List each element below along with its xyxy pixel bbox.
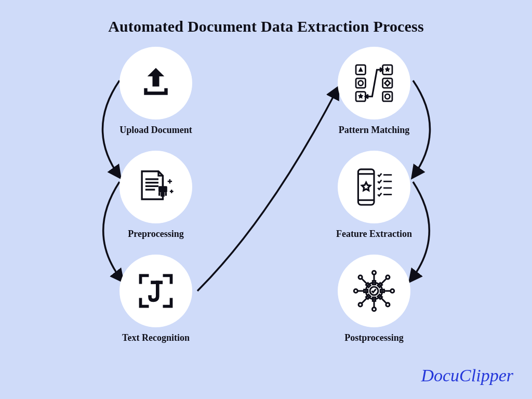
step-circle xyxy=(338,151,410,223)
preprocessing-icon xyxy=(134,165,178,209)
step-circle xyxy=(119,151,192,223)
step-label: Preprocessing xyxy=(109,229,203,240)
step-upload-document: Upload Document xyxy=(109,47,203,136)
postprocessing-icon xyxy=(351,268,397,314)
svg-rect-16 xyxy=(356,78,365,88)
diagram-canvas: Automated Document Data Extraction Proce… xyxy=(0,0,532,399)
pattern-matching-icon xyxy=(350,59,398,107)
step-text-recognition: Text Recognition xyxy=(109,255,203,343)
svg-point-41 xyxy=(372,271,376,274)
svg-rect-21 xyxy=(385,81,390,86)
svg-point-45 xyxy=(354,289,357,292)
svg-rect-4 xyxy=(158,186,167,192)
svg-line-56 xyxy=(381,298,387,303)
step-postprocessing: Postprocessing xyxy=(327,255,421,343)
upload-icon xyxy=(136,63,176,103)
step-label: Upload Document xyxy=(109,125,203,136)
step-label: Postprocessing xyxy=(327,332,421,343)
svg-line-54 xyxy=(362,298,367,303)
step-circle xyxy=(338,47,410,119)
svg-point-23 xyxy=(385,94,390,99)
svg-point-51 xyxy=(386,275,390,279)
svg-line-52 xyxy=(381,278,387,284)
flow-arrows xyxy=(0,0,532,399)
svg-point-43 xyxy=(372,308,376,311)
step-label: Feature Extraction xyxy=(327,229,421,240)
brand-logo: DocuClipper xyxy=(421,366,513,385)
svg-rect-22 xyxy=(383,92,392,101)
feature-extraction-icon xyxy=(351,164,397,210)
step-pattern-matching: Pattern Matching xyxy=(327,47,421,136)
step-preprocessing: Preprocessing xyxy=(109,151,203,240)
step-label: Pattern Matching xyxy=(327,125,421,136)
step-circle xyxy=(119,47,192,119)
svg-point-47 xyxy=(391,289,394,292)
text-recognition-icon xyxy=(135,270,177,312)
svg-point-17 xyxy=(358,81,363,85)
step-circle xyxy=(119,255,192,327)
step-label: Text Recognition xyxy=(109,332,203,343)
diagram-title: Automated Document Data Extraction Proce… xyxy=(0,18,532,35)
step-circle xyxy=(338,255,410,327)
svg-line-50 xyxy=(362,278,367,284)
step-feature-extraction: Feature Extraction xyxy=(327,151,421,240)
svg-point-53 xyxy=(358,303,362,307)
svg-point-55 xyxy=(386,303,390,307)
svg-point-49 xyxy=(358,275,362,279)
